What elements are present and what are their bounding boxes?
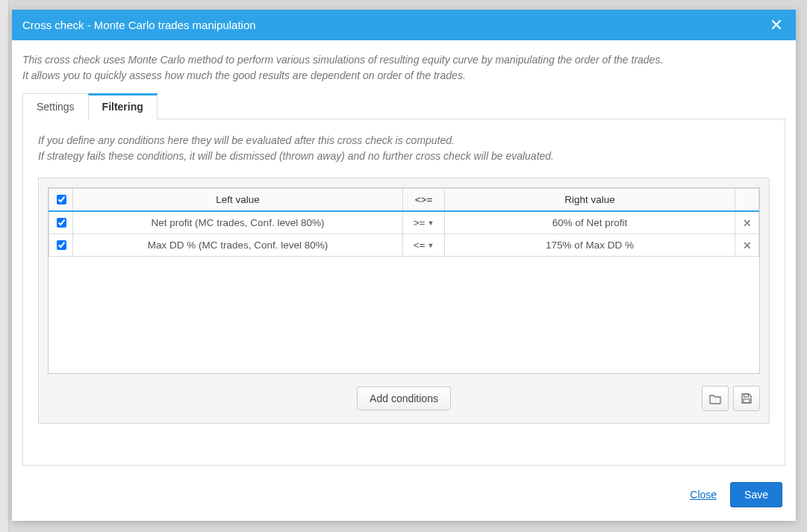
save-button[interactable]: Save	[730, 482, 782, 507]
tab-settings[interactable]: Settings	[22, 93, 89, 119]
conditions-box: Left value <>= Right value Net profit (M…	[38, 178, 770, 424]
svg-rect-1	[744, 399, 750, 403]
left-value-cell[interactable]: Max DD % (MC trades, Conf. level 80%)	[73, 234, 403, 257]
header-left-value: Left value	[73, 189, 403, 212]
operator-cell[interactable]: <= ▼	[403, 234, 445, 257]
save-icon	[741, 392, 753, 404]
conditions-table: Left value <>= Right value Net profit (M…	[49, 188, 759, 257]
tab-filtering[interactable]: Filtering	[88, 93, 158, 119]
chevron-down-icon: ▼	[427, 242, 434, 249]
operator-value: <=	[414, 240, 426, 251]
chevron-down-icon: ▼	[427, 219, 434, 227]
modal-footer: Close Save	[12, 473, 796, 521]
header-checkbox-cell	[49, 189, 73, 212]
delete-row-icon[interactable]: ✕	[743, 240, 752, 251]
modal-description: This cross check uses Monte Carlo method…	[22, 52, 785, 84]
row-checkbox[interactable]	[57, 240, 66, 250]
tab-bar: Settings Filtering	[22, 93, 785, 119]
modal-title: Cross check - Monte Carlo trades manipul…	[22, 19, 767, 31]
left-value-cell[interactable]: Net profit (MC trades, Conf. level 80%)	[73, 211, 403, 234]
operator-cell[interactable]: >= ▼	[403, 211, 445, 234]
desc-line-2: It allows you to quickly assess how much…	[22, 68, 785, 84]
right-value-cell[interactable]: 60% of Net profit	[445, 211, 735, 234]
delete-row-icon[interactable]: ✕	[743, 218, 752, 229]
tab-panel-filtering: If you define any conditions here they w…	[22, 119, 785, 466]
filtering-description: If you define any conditions here they w…	[38, 133, 770, 164]
load-button[interactable]	[702, 386, 729, 411]
header-checkbox[interactable]	[57, 195, 66, 204]
conditions-toolbar: Add conditions	[39, 374, 769, 423]
save-conditions-button[interactable]	[733, 386, 760, 411]
row-checkbox[interactable]	[57, 218, 66, 228]
filtering-desc-line-1: If you define any conditions here they w…	[38, 133, 770, 148]
desc-line-1: This cross check uses Monte Carlo method…	[22, 52, 785, 68]
svg-rect-0	[744, 394, 749, 397]
modal-header: Cross check - Monte Carlo trades manipul…	[12, 10, 796, 40]
header-operator: <>=	[403, 189, 445, 212]
operator-value: >=	[414, 217, 426, 228]
table-row: Net profit (MC trades, Conf. level 80%) …	[49, 211, 759, 234]
close-link[interactable]: Close	[690, 489, 717, 501]
modal-dialog: Cross check - Monte Carlo trades manipul…	[12, 10, 796, 521]
table-row: Max DD % (MC trades, Conf. level 80%) <=…	[49, 234, 759, 257]
table-header-row: Left value <>= Right value	[49, 189, 759, 212]
modal-body: This cross check uses Monte Carlo method…	[12, 40, 796, 473]
filtering-desc-line-2: If strategy fails these conditions, it w…	[38, 148, 770, 164]
header-right-value: Right value	[445, 189, 735, 212]
header-delete	[735, 189, 759, 212]
close-icon[interactable]	[767, 18, 785, 33]
add-conditions-button[interactable]: Add conditions	[357, 387, 451, 410]
right-value-cell[interactable]: 175% of Max DD %	[445, 234, 735, 257]
conditions-table-wrap: Left value <>= Right value Net profit (M…	[48, 187, 760, 374]
folder-icon	[709, 393, 722, 404]
